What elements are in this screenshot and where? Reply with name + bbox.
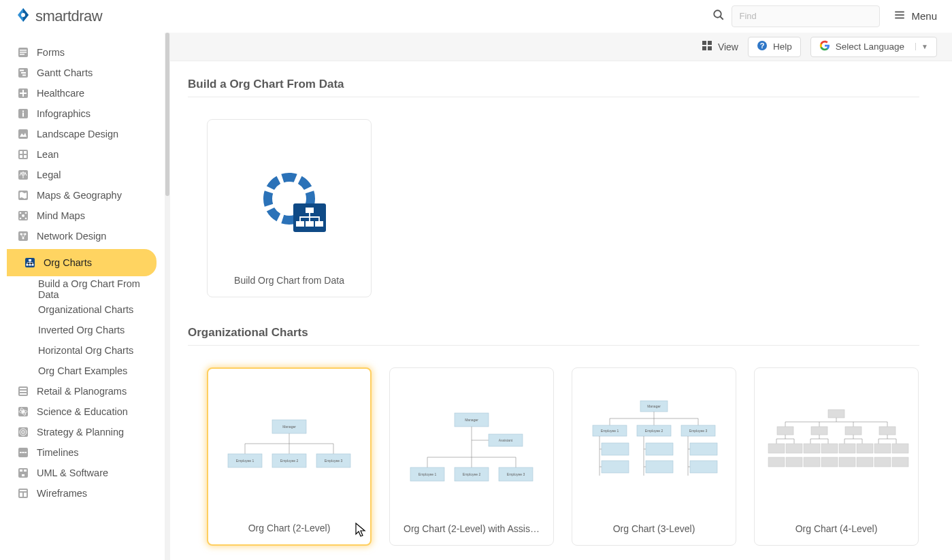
template-card-org-2level[interactable]: Manager Employee 1 Employee 2 Employee 3… (207, 367, 372, 546)
sidebar-item-uml[interactable]: UML & Software (0, 463, 163, 483)
sidebar-item-label: Forms (37, 47, 65, 58)
svg-rect-128 (821, 457, 838, 467)
svg-point-30 (20, 212, 22, 214)
brand-logo[interactable]: smartdraw (15, 7, 102, 26)
language-selector[interactable]: Select Language ▼ (810, 37, 937, 57)
svg-rect-76 (306, 208, 314, 213)
svg-point-54 (22, 431, 24, 433)
svg-text:Employee 3: Employee 3 (689, 429, 708, 433)
svg-rect-130 (857, 457, 873, 467)
sidebar-sub-examples[interactable]: Org Chart Examples (0, 361, 163, 381)
svg-rect-67 (24, 493, 27, 497)
svg-point-57 (20, 452, 21, 453)
help-button[interactable]: ? Help (748, 37, 801, 57)
sidebar-item-wireframes[interactable]: Wireframes (0, 483, 163, 504)
template-card-label: Org Chart (2-Level) with Assis… (404, 523, 540, 534)
sidebar-item-mind[interactable]: Mind Maps (0, 205, 163, 226)
template-gallery[interactable]: Build a Org Chart From Data (170, 61, 952, 560)
sidebar-item-timelines[interactable]: Timelines (0, 442, 163, 463)
template-thumbnail (213, 129, 365, 275)
sidebar-item-strategy[interactable]: Strategy & Planning (0, 422, 163, 442)
sidebar-item-lean[interactable]: Lean (0, 144, 163, 165)
view-label: View (718, 42, 738, 52)
svg-rect-70 (702, 46, 706, 50)
search-input[interactable] (732, 5, 880, 27)
sidebar-item-landscape[interactable]: Landscape Design (0, 124, 163, 144)
sidebar-item-forms[interactable]: Forms (0, 42, 163, 63)
svg-rect-120 (821, 444, 838, 453)
template-card-org-2level-assistant[interactable]: Manager Assistant Employee 1 Employee 2 … (389, 367, 554, 546)
sidebar-item-network[interactable]: Network Design (0, 226, 163, 246)
svg-text:Employee 1: Employee 1 (418, 472, 437, 476)
view-toggle[interactable]: View (702, 40, 738, 53)
svg-rect-22 (20, 151, 22, 154)
help-label: Help (773, 42, 792, 52)
template-card-org-4level[interactable]: Org Chart (4-Level) (754, 367, 919, 546)
template-card-build-from-data[interactable]: Build Org Chart from Data (207, 119, 372, 297)
sidebar-item-org-charts[interactable]: Org Charts (7, 249, 157, 276)
svg-rect-123 (874, 444, 891, 453)
sidebar-item-label: UML & Software (37, 467, 108, 478)
app-header: smartdraw Menu (0, 0, 952, 33)
svg-rect-109 (646, 461, 673, 473)
sidebar-item-science[interactable]: Science & Education (0, 401, 163, 422)
gantt-icon (18, 67, 29, 78)
svg-rect-119 (804, 444, 820, 453)
wireframe-icon (18, 488, 29, 499)
svg-rect-13 (22, 75, 26, 76)
grid-view-icon (702, 40, 712, 53)
template-card-org-3level[interactable]: Manager Employee 1 Employee 2 Employee 3 (572, 367, 736, 546)
hamburger-icon (893, 9, 906, 23)
svg-rect-65 (20, 490, 27, 491)
main-menu-button[interactable]: Menu (893, 9, 937, 23)
network-icon (18, 231, 29, 242)
sidebar-item-infographics[interactable]: Infographics (0, 103, 163, 124)
svg-text:Employee 1: Employee 1 (601, 429, 619, 433)
search-icon[interactable] (712, 9, 725, 24)
sidebar-sub-inverted[interactable]: Inverted Org Charts (0, 320, 163, 340)
sidebar-item-healthcare[interactable]: Healthcare (0, 83, 163, 103)
svg-rect-131 (874, 457, 891, 467)
sidebar-scrollbar[interactable] (165, 33, 170, 560)
section-divider (188, 345, 919, 346)
svg-text:Employee 3: Employee 3 (325, 459, 343, 463)
svg-rect-77 (296, 221, 304, 227)
sidebar-item-maps[interactable]: Maps & Geography (0, 185, 163, 205)
sidebar[interactable]: Forms Gantt Charts Healthcare Infographi… (0, 33, 163, 560)
sidebar-item-retail[interactable]: Retail & Planograms (0, 381, 163, 401)
logo-icon (15, 7, 31, 26)
sidebar-sub-build-from-data[interactable]: Build a Org Chart From Data (0, 279, 163, 299)
svg-rect-45 (20, 391, 27, 392)
section-title-organizational-charts: Organizational Charts (188, 326, 919, 340)
sidebar-item-label: Mind Maps (37, 210, 85, 221)
template-thumbnail: Manager Employee 1 Employee 2 Employee 3 (214, 378, 365, 523)
template-thumbnail (760, 378, 913, 523)
svg-rect-20 (18, 129, 28, 139)
svg-rect-118 (786, 444, 802, 453)
svg-rect-122 (857, 444, 873, 453)
map-icon (18, 190, 29, 201)
svg-rect-25 (24, 155, 27, 158)
template-card-label: Build Org Chart from Data (234, 275, 344, 286)
sidebar-item-legal[interactable]: Legal (0, 165, 163, 185)
svg-rect-44 (20, 388, 27, 389)
sidebar-item-label: Org Charts (44, 257, 92, 268)
sidebar-item-gantt[interactable]: Gantt Charts (0, 63, 163, 83)
svg-rect-126 (786, 457, 802, 467)
sidebar-item-label: Healthcare (37, 88, 84, 99)
content-toolbar: View ? Help Select Language ▼ (170, 33, 952, 61)
sidebar-item-label: Retail & Planograms (37, 386, 127, 397)
svg-rect-63 (22, 474, 24, 476)
svg-rect-107 (602, 461, 629, 473)
sidebar-container: Forms Gantt Charts Healthcare Infographi… (0, 33, 170, 560)
svg-rect-113 (777, 427, 793, 435)
lean-icon (18, 149, 29, 160)
svg-point-0 (21, 13, 25, 17)
scrollbar-thumb[interactable] (165, 33, 169, 196)
sidebar-sub-horizontal[interactable]: Horizontal Org Charts (0, 340, 163, 361)
sidebar-sub-org-charts[interactable]: Organizational Charts (0, 299, 163, 320)
svg-rect-108 (646, 443, 673, 455)
svg-rect-7 (20, 50, 27, 51)
svg-rect-71 (708, 46, 712, 50)
chevron-down-icon: ▼ (915, 43, 928, 50)
